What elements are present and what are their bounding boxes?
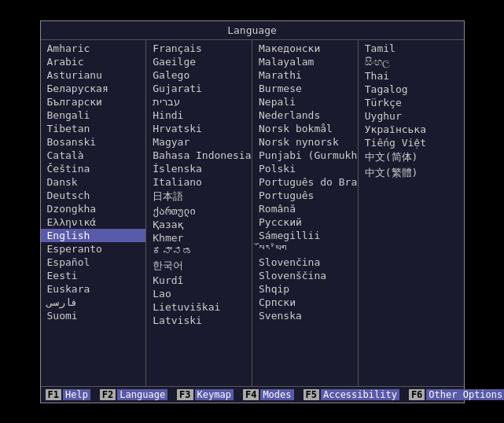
language-item[interactable]: Ελληνικά <box>41 215 146 229</box>
language-item[interactable]: Gujarati <box>146 82 252 95</box>
language-item[interactable]: Português <box>252 189 358 202</box>
columns-wrapper: AmharicArabicAsturianuБеларускаяБългарск… <box>41 40 464 386</box>
language-item[interactable]: Eesti <box>41 269 146 282</box>
statusbar-item-keymap[interactable]: F3Keymap <box>172 389 238 400</box>
language-item[interactable]: Asturianu <box>41 68 146 82</box>
language-item[interactable]: Español <box>41 256 146 269</box>
statusbar-item-language[interactable]: F2Language <box>95 389 172 400</box>
language-item[interactable]: ಕನ್ನಡ <box>146 245 252 258</box>
language-item[interactable]: Tiếng Việt <box>359 136 464 149</box>
language-item[interactable]: Lietuviškai <box>146 300 252 314</box>
status-label: Help <box>63 389 90 400</box>
language-item[interactable]: Thai <box>359 69 464 83</box>
language-item[interactable]: Polski <box>252 162 358 175</box>
language-item[interactable]: Čeština <box>41 162 146 175</box>
language-dialog: Language AmharicArabicAsturianuБеларуска… <box>40 20 465 403</box>
dialog-title: Language <box>41 21 464 40</box>
status-key: F1 <box>46 389 61 400</box>
language-column-3[interactable]: TamilසිංහලThaiTagalogTürkçeUyghurУкраїнс… <box>359 40 464 386</box>
status-key: F6 <box>409 389 425 400</box>
language-item[interactable]: Galego <box>146 68 252 82</box>
language-item[interactable]: Kurdî <box>146 274 252 287</box>
language-item[interactable]: Norsk nynorsk <box>252 135 358 149</box>
language-column-0[interactable]: AmharicArabicAsturianuБеларускаяБългарск… <box>41 40 147 386</box>
language-item[interactable]: སོར་ཡིག <box>252 242 358 256</box>
language-item[interactable]: Slovenčina <box>252 256 358 269</box>
language-item[interactable]: Hrvatski <box>146 122 252 135</box>
language-item[interactable]: 日本語 <box>146 189 252 204</box>
status-key: F2 <box>100 389 116 400</box>
language-item[interactable]: 한국어 <box>146 258 252 274</box>
language-item[interactable]: Uyghur <box>359 109 464 123</box>
language-item[interactable]: فارسی <box>41 296 146 309</box>
language-item[interactable]: Bosanski <box>41 135 146 149</box>
language-item[interactable]: Amharic <box>41 42 146 55</box>
language-item[interactable]: Српски <box>252 296 358 309</box>
language-item[interactable]: עברית <box>146 95 252 109</box>
language-item[interactable]: Khmer <box>146 231 252 245</box>
language-item[interactable]: Burmese <box>252 82 358 95</box>
language-item[interactable]: Sámegillii <box>252 229 358 242</box>
statusbar-item-modes[interactable]: F4Modes <box>238 389 299 400</box>
screen: Language AmharicArabicAsturianuБеларуска… <box>0 0 504 423</box>
language-item[interactable]: Esperanto <box>41 242 146 256</box>
language-item[interactable]: ქართული <box>146 204 252 218</box>
language-item[interactable]: Nepali <box>252 95 358 109</box>
language-item[interactable]: Euskara <box>41 282 146 296</box>
language-item[interactable]: Latviski <box>146 314 252 327</box>
language-item[interactable]: 中文(繁體) <box>359 165 464 181</box>
status-label: Accessibility <box>321 389 399 400</box>
language-item[interactable]: Қазақ <box>146 218 252 231</box>
language-column-1[interactable]: FrançaisGaeilgeGalegoGujaratiעבריתHindiH… <box>146 40 252 386</box>
language-item[interactable]: Tibetan <box>41 122 146 135</box>
language-item[interactable]: Български <box>41 95 146 109</box>
status-label: Keymap <box>195 389 234 400</box>
language-item[interactable]: Français <box>146 42 252 55</box>
language-item[interactable]: 中文(简体) <box>359 149 464 165</box>
language-item[interactable]: Bahasa Indonesia <box>146 149 252 162</box>
language-item[interactable]: Tagalog <box>359 83 464 96</box>
language-item[interactable]: Svenska <box>252 309 358 322</box>
statusbar-item-accessibility[interactable]: F5Accessibility <box>299 389 404 400</box>
status-key: F5 <box>304 389 319 400</box>
language-item[interactable]: Norsk bokmål <box>252 122 358 135</box>
status-label: Language <box>117 389 167 400</box>
language-item[interactable]: English <box>41 229 146 242</box>
language-item[interactable]: Íslenska <box>146 162 252 175</box>
language-item[interactable]: Italiano <box>146 175 252 189</box>
status-key: F4 <box>243 389 259 400</box>
status-label: Modes <box>260 389 293 400</box>
language-item[interactable]: Hindi <box>146 109 252 122</box>
language-item[interactable]: Shqip <box>252 282 358 296</box>
language-item[interactable]: Català <box>41 149 146 162</box>
language-item[interactable]: Slovenščina <box>252 269 358 282</box>
language-item[interactable]: Marathi <box>252 68 358 82</box>
language-item[interactable]: Lao <box>146 287 252 300</box>
language-item[interactable]: Беларуская <box>41 82 146 95</box>
language-item[interactable]: Română <box>252 202 358 215</box>
statusbar-item-help[interactable]: F1Help <box>41 389 95 400</box>
language-item[interactable]: Gaeilge <box>146 55 252 68</box>
language-item[interactable]: Deutsch <box>41 189 146 202</box>
language-item[interactable]: Arabic <box>41 55 146 68</box>
status-label: Other Options <box>426 389 504 400</box>
language-item[interactable]: Malayalam <box>252 55 358 68</box>
language-item[interactable]: Nederlands <box>252 109 358 122</box>
language-column-2[interactable]: МакедонскиMalayalamMarathiBurmeseNepaliN… <box>252 40 359 386</box>
language-item[interactable]: Bengali <box>41 109 146 122</box>
language-item[interactable]: Tamil <box>359 42 464 55</box>
language-item[interactable]: Македонски <box>252 42 358 55</box>
language-item[interactable]: Русский <box>252 215 358 229</box>
statusbar: F1HelpF2LanguageF3KeymapF4ModesF5Accessi… <box>41 386 464 403</box>
language-item[interactable]: සිංහල <box>359 55 464 69</box>
language-item[interactable]: Dzongkha <box>41 202 146 215</box>
language-item[interactable]: Українська <box>359 123 464 136</box>
language-item[interactable]: Suomi <box>41 309 146 322</box>
language-item[interactable]: Punjabi (Gurmukhi) <box>252 149 358 162</box>
language-item[interactable]: Dansk <box>41 175 146 189</box>
language-item[interactable]: Türkçe <box>359 96 464 109</box>
language-item[interactable]: Magyar <box>146 135 252 149</box>
statusbar-item-other-options[interactable]: F6Other Options <box>404 389 504 400</box>
status-key: F3 <box>177 389 193 400</box>
language-item[interactable]: Português do Brasil <box>252 175 358 189</box>
